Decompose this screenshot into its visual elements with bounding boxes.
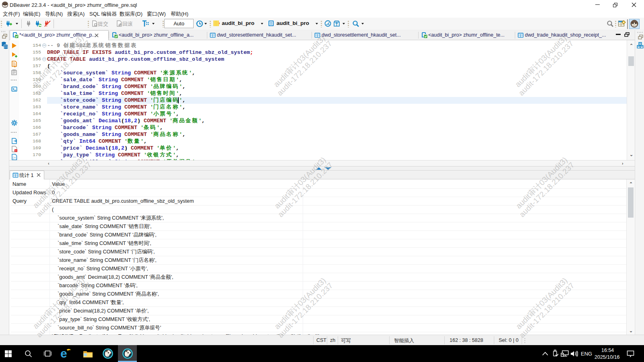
svg-text:(x): (x) (12, 156, 17, 159)
svg-text:e: e (60, 348, 67, 360)
